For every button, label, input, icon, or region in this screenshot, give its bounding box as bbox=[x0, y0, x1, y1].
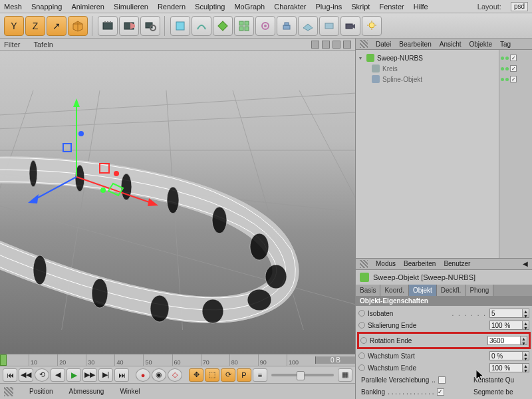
svg-point-48 bbox=[202, 299, 223, 323]
misc-button[interactable]: ▦ bbox=[338, 368, 352, 382]
rotation-ende-field[interactable]: 3600▲▼ bbox=[487, 336, 527, 345]
menu-mograph[interactable]: MoGraph bbox=[234, 3, 265, 11]
menu-simulate[interactable]: Simulieren bbox=[114, 3, 148, 11]
menu-script[interactable]: Skript bbox=[351, 3, 370, 11]
keyframe-ring-icon[interactable] bbox=[358, 364, 365, 371]
parallel-checkbox[interactable] bbox=[438, 376, 446, 384]
environment-button[interactable] bbox=[277, 16, 297, 36]
record-button[interactable]: ● bbox=[136, 368, 150, 382]
visibility-toggle[interactable]: ✓ bbox=[510, 76, 517, 82]
viewport-filter-menu[interactable]: Filter bbox=[4, 41, 20, 49]
axis-y-button[interactable]: Y bbox=[4, 16, 24, 36]
spline-primitive-button[interactable] bbox=[192, 16, 211, 36]
menu-mesh[interactable]: Mesh bbox=[4, 3, 22, 11]
am-nav-back-icon[interactable]: ◀ bbox=[523, 260, 528, 267]
timeline-tick: 10 bbox=[29, 354, 57, 366]
render-settings-button[interactable] bbox=[140, 16, 160, 36]
array-button[interactable] bbox=[234, 16, 254, 36]
om-menu-edit[interactable]: Bearbeiten bbox=[399, 41, 431, 48]
hierarchy-item-spline[interactable]: Spline-Objekt bbox=[357, 74, 497, 84]
step-forward-button[interactable]: ▶▶ bbox=[82, 368, 97, 382]
object-manager[interactable]: ▾ Sweep-NURBS Kreis Spline-Objekt ✓ ✓ ✓ bbox=[356, 50, 532, 259]
goto-start-button[interactable]: ⏮ bbox=[3, 368, 17, 382]
nurbs-button[interactable] bbox=[213, 16, 233, 36]
rotate-tool-button[interactable]: ⟳ bbox=[221, 368, 235, 382]
hierarchy-item-circle[interactable]: Kreis bbox=[357, 63, 497, 74]
om-menu-objects[interactable]: Objekte bbox=[469, 41, 492, 48]
options-button[interactable]: ≡ bbox=[253, 368, 267, 382]
wachstum-start-field[interactable]: 0 %▲▼ bbox=[489, 351, 529, 360]
viewport-nav-icon[interactable] bbox=[311, 41, 319, 49]
axis-z-button[interactable]: Z bbox=[25, 16, 45, 36]
play-back-button[interactable]: ◀ bbox=[51, 368, 65, 382]
scale-tool-button[interactable]: ⬚ bbox=[205, 368, 219, 382]
om-menu-view[interactable]: Ansicht bbox=[440, 41, 462, 48]
sky-button[interactable] bbox=[319, 16, 339, 36]
3d-viewport[interactable] bbox=[0, 51, 355, 354]
menu-help[interactable]: Hilfe bbox=[414, 3, 428, 11]
render-picture-button[interactable] bbox=[119, 16, 139, 36]
spline-object-icon bbox=[372, 75, 380, 83]
goto-end-button[interactable]: ⏭ bbox=[114, 368, 129, 382]
visibility-toggle[interactable]: ✓ bbox=[510, 65, 517, 72]
keyframe-ring-icon[interactable] bbox=[358, 352, 365, 359]
tab-objekt[interactable]: Objekt bbox=[409, 285, 437, 296]
menu-animate[interactable]: Animieren bbox=[71, 3, 104, 11]
viewport-nav-icon[interactable] bbox=[322, 41, 330, 49]
svg-line-39 bbox=[299, 90, 355, 330]
viewport-nav-icon[interactable] bbox=[332, 41, 340, 49]
am-menu-user[interactable]: Benutzer bbox=[444, 260, 470, 267]
nav-cube-button[interactable] bbox=[68, 16, 88, 36]
timeline[interactable]: 0 10 20 30 40 50 60 70 80 90 100 0 B bbox=[0, 354, 355, 366]
skalierung-ende-field[interactable]: 100 %▲▼ bbox=[489, 321, 529, 330]
menu-render[interactable]: Rendern bbox=[158, 3, 186, 11]
menu-window[interactable]: Fenster bbox=[379, 3, 404, 11]
om-menu-file[interactable]: Datei bbox=[376, 41, 391, 48]
grip-icon bbox=[360, 40, 368, 48]
keyframe-button[interactable]: ◇ bbox=[168, 368, 182, 382]
play-forward-button[interactable]: ▶ bbox=[66, 368, 81, 382]
tab-koord[interactable]: Koord. bbox=[380, 285, 408, 296]
tab-deckfl[interactable]: Deckfl. bbox=[437, 285, 466, 296]
light-button[interactable] bbox=[362, 16, 382, 36]
menu-character[interactable]: Charakter bbox=[274, 3, 306, 11]
layout-dropdown[interactable]: psd bbox=[511, 2, 528, 11]
nav-arrow-button[interactable]: ↗ bbox=[47, 16, 66, 36]
isobaten-field[interactable]: 5▲▼ bbox=[489, 309, 529, 318]
param-tool-button[interactable]: P bbox=[237, 368, 251, 382]
step-back-button[interactable]: ⟲ bbox=[35, 368, 49, 382]
menu-plugins[interactable]: Plug-ins bbox=[316, 3, 342, 11]
menu-sculpting[interactable]: Sculpting bbox=[195, 3, 225, 11]
transport-bar: ⏮ ◀◀ ⟲ ◀ ▶ ▶▶ ▶| ⏭ ● ◉ ◇ ✥ ⬚ ⟳ P ≡ ▦ bbox=[0, 366, 355, 383]
keyframe-ring-icon[interactable] bbox=[360, 337, 367, 344]
keyframe-ring-icon[interactable] bbox=[358, 322, 365, 329]
sweep-nurbs-icon bbox=[366, 54, 374, 62]
render-view-button[interactable] bbox=[98, 16, 118, 36]
banking-checkbox[interactable]: ✓ bbox=[437, 388, 444, 396]
keyframe-ring-icon[interactable] bbox=[358, 310, 365, 317]
prop-isobaten: Isobaten . . . . . . 5▲▼ bbox=[358, 307, 529, 319]
menu-snapping[interactable]: Snapping bbox=[31, 3, 63, 11]
tab-basis[interactable]: Basis bbox=[356, 285, 380, 296]
next-keyframe-button[interactable]: ▶| bbox=[98, 368, 113, 382]
deformer-button[interactable] bbox=[255, 16, 275, 36]
viewport-panels-menu[interactable]: Tafeln bbox=[33, 41, 53, 49]
move-tool-button[interactable]: ✥ bbox=[189, 368, 203, 382]
transport-slider[interactable] bbox=[271, 374, 334, 376]
am-menu-edit[interactable]: Bearbeiten bbox=[404, 260, 436, 267]
autokey-button[interactable]: ◉ bbox=[152, 368, 166, 382]
hierarchy-item-sweep[interactable]: ▾ Sweep-NURBS bbox=[357, 53, 497, 63]
om-menu-tags[interactable]: Tag bbox=[500, 41, 511, 48]
tab-phong[interactable]: Phong bbox=[466, 285, 493, 296]
prev-keyframe-button[interactable]: ◀◀ bbox=[19, 368, 33, 382]
floor-button[interactable] bbox=[298, 16, 318, 36]
visibility-toggle[interactable]: ✓ bbox=[510, 55, 517, 61]
prop-skalierung-ende: Skalierung Ende 100 %▲▼ bbox=[358, 319, 529, 331]
cube-primitive-button[interactable] bbox=[170, 16, 190, 36]
viewport-nav-icon[interactable] bbox=[343, 41, 351, 49]
timeline-playhead[interactable] bbox=[0, 354, 7, 366]
am-menu-mode[interactable]: Modus bbox=[376, 260, 396, 267]
svg-point-46 bbox=[265, 265, 287, 289]
camera-button[interactable] bbox=[340, 16, 360, 36]
wachstum-ende-field[interactable]: 100 %▲▼ bbox=[489, 363, 529, 372]
